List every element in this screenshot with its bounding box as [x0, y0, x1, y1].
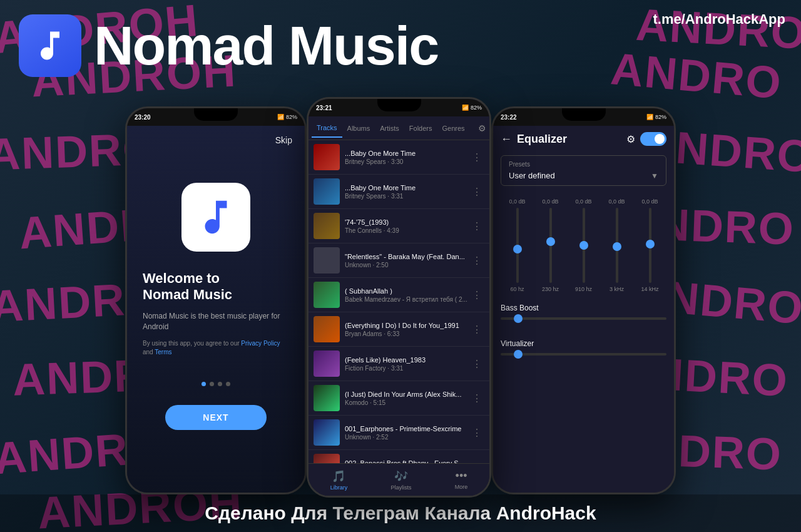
nav-more[interactable]: ••• More	[455, 469, 468, 490]
eq-db-1: 0,0 dB	[505, 198, 530, 205]
privacy-policy-link[interactable]: Privacy Policy	[241, 340, 280, 347]
app-header: Nomad Music t.me/AndroHackApp	[0, 0, 801, 91]
eq-toggle[interactable]	[640, 132, 666, 146]
track-artist-duration: Komodo · 5:15	[345, 399, 469, 406]
track-thumbnail	[314, 144, 340, 170]
welcome-text-block: Welcome toNomad Music Nomad Music is the…	[140, 270, 292, 382]
track-more-icon[interactable]: ⋮	[469, 358, 484, 370]
notch-1	[194, 108, 238, 121]
track-item[interactable]: ( SubhanAllah ) Babek Mamedrzaev - Я вст…	[309, 278, 489, 312]
track-info: "Relentless" - Baraka May (Feat. Dan... …	[345, 253, 469, 269]
track-artist-duration: Fiction Factory · 3:31	[345, 365, 469, 372]
app-title: Nomad Music	[94, 18, 438, 73]
eq-back-button[interactable]: ←	[501, 133, 512, 146]
bass-boost-slider[interactable]	[501, 317, 666, 320]
track-title: 001_Earphones - Primetime-Sexcrime	[345, 425, 469, 432]
status-bar-2: 23:21 📶 82%	[309, 99, 489, 116]
track-info: (Feels Like) Heaven_1983 Fiction Factory…	[345, 356, 469, 372]
track-more-icon[interactable]: ⋮	[469, 289, 484, 301]
notch-2	[377, 99, 421, 111]
track-item[interactable]: "Relentless" - Baraka May (Feat. Dan... …	[309, 243, 489, 278]
virtualizer-section: Virtualizer	[493, 334, 674, 370]
tab-albums[interactable]: Albums	[342, 120, 375, 137]
track-thumbnail	[314, 385, 340, 411]
eq-band-910hz[interactable]	[583, 208, 585, 283]
track-item[interactable]: '74-'75_(1993) The Connells · 4:39 ⋮	[309, 209, 489, 243]
track-thumbnail	[314, 350, 340, 377]
eq-title: Equalizer	[517, 133, 621, 146]
track-more-icon[interactable]: ⋮	[469, 151, 484, 163]
track-item[interactable]: 001_Earphones - Primetime-Sexcrime Unkno…	[309, 416, 489, 450]
status-bar-3: 23:22 📶 82%	[493, 108, 674, 126]
status-bar-1: 23:20 📶 82%	[127, 108, 305, 126]
phone-tracks: 23:21 📶 82% Tracks Albums Artists Folder…	[307, 97, 491, 498]
track-more-icon[interactable]: ⋮	[469, 186, 484, 198]
track-item[interactable]: ...Baby One More Time Britney Spears · 3…	[309, 175, 489, 209]
eq-band-60hz[interactable]	[516, 208, 519, 283]
bass-boost-section: Bass Boost	[493, 299, 674, 334]
track-title: "Relentless" - Baraka May (Feat. Dan...	[345, 253, 469, 260]
track-artist-duration: The Connells · 4:39	[345, 227, 469, 234]
welcome-music-icon	[194, 195, 238, 239]
status-time-1: 23:20	[135, 114, 151, 121]
tab-tracks[interactable]: Tracks	[312, 119, 342, 138]
track-title: ( SubhanAllah )	[345, 287, 469, 295]
track-info: ( SubhanAllah ) Babek Mamedrzaev - Я вст…	[345, 287, 469, 303]
next-button[interactable]: NEXT	[165, 405, 266, 430]
status-time-3: 23:22	[501, 114, 517, 121]
track-item[interactable]: (Feels Like) Heaven_1983 Fiction Factory…	[309, 347, 489, 381]
dot-3	[218, 382, 222, 386]
bass-boost-thumb	[514, 314, 523, 323]
bass-boost-label: Bass Boost	[501, 304, 666, 312]
track-info: '74-'75_(1993) The Connells · 4:39	[345, 218, 469, 234]
track-more-icon[interactable]: ⋮	[469, 255, 484, 267]
eq-band-3khz[interactable]	[616, 208, 618, 283]
track-item[interactable]: (I Just) Died In Your Arms (Alex Shik...…	[309, 381, 489, 416]
track-info: (I Just) Died In Your Arms (Alex Shik...…	[345, 391, 469, 406]
presets-label: Presets	[509, 161, 658, 168]
presets-select[interactable]: User defined ▼	[509, 171, 658, 180]
eq-freq-2: 230 hz	[538, 286, 563, 292]
nav-playlists[interactable]: 🎶 Playlists	[390, 469, 411, 491]
nav-library[interactable]: 🎵 Library	[330, 469, 348, 491]
playlists-icon: 🎶	[394, 469, 408, 483]
wifi-icon: 📶	[462, 105, 469, 111]
track-thumbnail	[314, 282, 340, 308]
track-artist-duration: Bryan Adams · 6:33	[345, 330, 469, 337]
more-icon: •••	[456, 469, 467, 483]
menu-icon[interactable]: ⚙	[478, 123, 486, 133]
eq-tune-icon[interactable]: ⚙	[626, 133, 635, 145]
music-note-icon	[31, 27, 69, 64]
footer-text: Сделано Для Телеграм Канала AndroHack	[205, 503, 596, 524]
track-item[interactable]: (Everything I Do) I Do It for You_1991 B…	[309, 312, 489, 347]
track-more-icon[interactable]: ⋮	[469, 324, 484, 335]
eq-band-14khz[interactable]	[649, 208, 651, 283]
presets-arrow-icon: ▼	[651, 171, 658, 180]
eq-header: ← Equalizer ⚙	[493, 126, 674, 152]
onboarding-dots	[202, 382, 230, 386]
equalizer-screen: ← Equalizer ⚙ Presets User defined ▼ 0,0…	[493, 126, 674, 493]
tab-genres[interactable]: Genres	[437, 120, 470, 137]
track-info: 001_Earphones - Primetime-Sexcrime Unkno…	[345, 425, 469, 441]
virtualizer-slider[interactable]	[501, 353, 666, 356]
nav-playlists-label: Playlists	[390, 484, 411, 491]
tracks-list: ...Baby One More Time Britney Spears · 3…	[309, 140, 489, 463]
terms-link[interactable]: Terms	[155, 349, 171, 356]
track-more-icon[interactable]: ⋮	[469, 220, 484, 232]
track-item[interactable]: ...Baby One More Time Britney Spears · 3…	[309, 140, 489, 175]
tab-folders[interactable]: Folders	[404, 120, 437, 137]
eq-freq-labels: 60 hz 230 hz 910 hz 3 kHz 14 kHz	[501, 286, 666, 292]
skip-button[interactable]: Skip	[275, 135, 292, 145]
tab-artists[interactable]: Artists	[375, 120, 404, 137]
welcome-title: Welcome toNomad Music	[143, 270, 289, 304]
track-thumbnail	[314, 178, 340, 205]
track-more-icon[interactable]: ⋮	[469, 392, 484, 404]
eq-freq-4: 3 kHz	[605, 286, 630, 292]
track-item[interactable]: 002_Benassi Bros ft.Dhany - Every S... U…	[309, 450, 489, 463]
eq-band-230hz[interactable]	[549, 208, 552, 283]
eq-freq-5: 14 kHz	[638, 286, 663, 292]
eq-db-labels: 0,0 dB 0,0 dB 0,0 dB 0,0 dB 0,0 dB	[501, 198, 666, 205]
phone-equalizer: 23:22 📶 82% ← Equalizer ⚙ Presets User d…	[491, 106, 676, 494]
track-more-icon[interactable]: ⋮	[469, 427, 484, 439]
status-icons-1: 📶 82%	[277, 114, 297, 120]
